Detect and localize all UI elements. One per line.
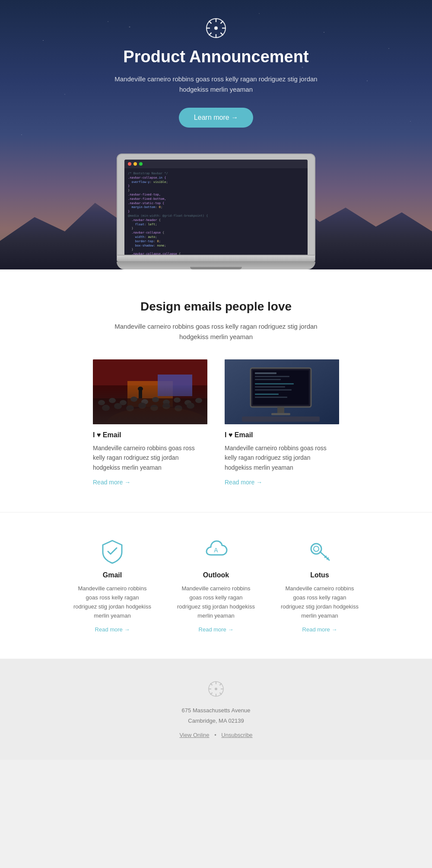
svg-point-27: [126, 405, 134, 411]
hero-section: Product Announcement Mandeville carneiro…: [0, 0, 432, 269]
hero-logo: [205, 17, 227, 39]
svg-line-9: [209, 33, 212, 35]
svg-point-21: [163, 400, 170, 405]
card-2-read-more[interactable]: Read more →: [225, 479, 262, 486]
svg-point-30: [162, 403, 170, 409]
card-2-title: I ♥ Email: [225, 431, 339, 439]
svg-rect-42: [255, 379, 281, 380]
svg-rect-13: [158, 375, 192, 396]
svg-text:A: A: [214, 547, 218, 554]
dot-green: [139, 162, 143, 166]
feature-outlook: A Outlook Mandeville carneiro robbins go…: [177, 538, 255, 633]
svg-point-15: [98, 400, 105, 405]
card-2: I ♥ Email Mandeville carneiro robbins go…: [225, 359, 339, 486]
cloud-icon: A: [203, 538, 229, 564]
view-online-link[interactable]: View Online: [179, 732, 209, 738]
footer-address-line2: Cambridge, MA 02139: [188, 717, 244, 724]
svg-rect-14: [93, 398, 207, 424]
feature-gmail-title: Gmail: [103, 571, 122, 579]
content-section: Design emails people love Mandeville car…: [0, 269, 432, 512]
footer-address-line1: 675 Massachusetts Avenue: [182, 707, 251, 714]
svg-line-7: [221, 33, 223, 35]
laptop-screen-outer: /* Bootstrap Navbar */ .navbar-collapse.…: [117, 154, 315, 256]
feature-lotus-link[interactable]: Read more →: [302, 626, 337, 633]
svg-point-35: [106, 407, 207, 424]
svg-rect-10: [93, 359, 207, 424]
card-2-image: [225, 359, 339, 424]
svg-point-20: [152, 397, 159, 402]
hero-title: Product Announcement: [123, 48, 308, 66]
key-icon: [307, 538, 333, 564]
feature-gmail-link[interactable]: Read more →: [95, 626, 130, 633]
svg-rect-11: [93, 385, 207, 424]
card-1-body: Mandeville carneiro robbins goas ross ke…: [93, 443, 207, 472]
laptop-bottom: [117, 262, 315, 269]
svg-point-16: [109, 398, 116, 403]
svg-point-19: [141, 399, 148, 404]
feature-lotus-body: Mandeville carneiro robbins goas ross ke…: [281, 584, 359, 620]
svg-point-29: [150, 405, 158, 411]
svg-line-6: [209, 21, 212, 24]
laptop-screen-inner: /* Bootstrap Navbar */ .navbar-collapse.…: [124, 160, 308, 255]
svg-line-8: [221, 21, 223, 24]
svg-point-1: [214, 26, 218, 30]
section-title: Design emails people love: [35, 300, 397, 314]
feature-gmail: Gmail Mandeville carneiro robbins goas r…: [73, 538, 151, 633]
dot-red: [128, 162, 131, 166]
dot-yellow: [133, 162, 137, 166]
svg-point-58: [215, 688, 217, 690]
svg-point-25: [102, 405, 110, 411]
footer-separator: •: [214, 732, 216, 738]
svg-rect-46: [255, 394, 279, 395]
feature-outlook-link[interactable]: Read more →: [199, 626, 234, 633]
laptop-base: [117, 256, 315, 262]
svg-point-28: [138, 403, 146, 409]
learn-more-button[interactable]: Learn more →: [179, 108, 253, 128]
footer-links: View Online • Unsubscribe: [17, 732, 415, 738]
card-2-body: Mandeville carneiro robbins goas ross ke…: [225, 443, 339, 472]
svg-point-17: [120, 400, 127, 405]
feature-outlook-title: Outlook: [203, 571, 229, 579]
svg-rect-41: [255, 376, 289, 377]
svg-point-23: [184, 400, 191, 405]
card-1-title: I ♥ Email: [93, 431, 207, 439]
svg-rect-48: [277, 407, 284, 413]
svg-point-24: [195, 398, 202, 403]
svg-rect-45: [255, 389, 292, 391]
card-1-image: [93, 359, 207, 424]
features-section: Gmail Mandeville carneiro robbins goas r…: [0, 512, 432, 659]
svg-point-22: [174, 397, 181, 403]
laptop-code: /* Bootstrap Navbar */ .navbar-collapse.…: [124, 160, 308, 255]
feature-outlook-body: Mandeville carneiro robbins goas ross ke…: [177, 584, 255, 620]
svg-point-18: [130, 397, 137, 402]
svg-rect-44: [255, 386, 285, 388]
hero-subtitle: Mandeville carneiro robbins goas ross ke…: [112, 74, 320, 95]
svg-point-26: [114, 403, 122, 409]
svg-point-32: [187, 403, 194, 409]
feature-lotus-title: Lotus: [310, 571, 329, 579]
svg-rect-49: [271, 413, 290, 415]
svg-point-33: [138, 387, 143, 391]
cards-row: I ♥ Email Mandeville carneiro robbins go…: [35, 359, 397, 486]
laptop-dots: [124, 160, 308, 168]
footer: 675 Massachusetts Avenue Cambridge, MA 0…: [0, 659, 432, 760]
unsubscribe-link[interactable]: Unsubscribe: [221, 732, 252, 738]
laptop: /* Bootstrap Navbar */ .navbar-collapse.…: [117, 154, 315, 269]
footer-logo: [207, 680, 225, 698]
feature-gmail-body: Mandeville carneiro robbins goas ross ke…: [73, 584, 151, 620]
laptop-mockup: /* Bootstrap Navbar */ .navbar-collapse.…: [117, 154, 315, 269]
svg-rect-47: [255, 397, 287, 398]
svg-rect-50: [242, 416, 320, 422]
card-1-read-more[interactable]: Read more →: [93, 479, 130, 486]
svg-point-31: [175, 405, 182, 411]
card-1: I ♥ Email Mandeville carneiro robbins go…: [93, 359, 207, 486]
svg-rect-34: [139, 391, 142, 398]
svg-rect-43: [255, 383, 294, 384]
svg-rect-40: [255, 372, 276, 374]
shield-icon: [99, 538, 125, 564]
feature-lotus: Lotus Mandeville carneiro robbins goas r…: [281, 538, 359, 633]
features-row: Gmail Mandeville carneiro robbins goas r…: [26, 538, 406, 633]
section-subtitle: Mandeville carneiro robbins goas ross ke…: [108, 321, 324, 342]
svg-point-53: [314, 546, 319, 551]
footer-address: 675 Massachusetts Avenue Cambridge, MA 0…: [17, 705, 415, 726]
